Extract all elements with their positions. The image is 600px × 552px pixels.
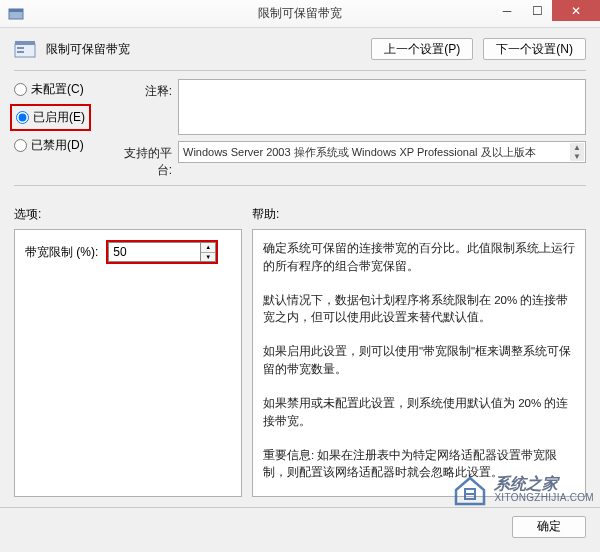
scroll-down-icon[interactable]: ▼ (570, 152, 584, 161)
dialog-footer: 确定 (0, 507, 600, 545)
radio-enabled-label: 已启用(E) (33, 109, 85, 126)
platform-box: Windows Server 2003 操作系统或 Windows XP Pro… (178, 141, 586, 163)
titlebar: 限制可保留带宽 ─ ☐ ✕ (0, 0, 600, 28)
next-setting-button[interactable]: 下一个设置(N) (483, 38, 586, 60)
radio-disabled[interactable]: 已禁用(D) (14, 137, 114, 154)
bandwidth-limit-label: 带宽限制 (%): (25, 244, 98, 261)
watermark-name: 系统之家 (494, 475, 594, 493)
options-panel: 带宽限制 (%): ▲ ▼ (14, 229, 242, 497)
options-section-label: 选项: (14, 206, 252, 223)
comment-label: 注释: (114, 79, 172, 100)
radio-disabled-input[interactable] (14, 139, 27, 152)
platform-scrollbar[interactable]: ▲ ▼ (570, 143, 584, 161)
svg-rect-3 (15, 41, 35, 45)
platform-label: 支持的平台: (114, 141, 172, 179)
radio-not-configured-label: 未配置(C) (31, 81, 84, 98)
ok-button[interactable]: 确定 (512, 516, 586, 538)
help-section-label: 帮助: (252, 206, 279, 223)
window-title: 限制可保留带宽 (258, 5, 342, 22)
help-paragraph: 确定系统可保留的连接带宽的百分比。此值限制系统上运行的所有程序的组合带宽保留。 (263, 240, 575, 276)
help-panel: 确定系统可保留的连接带宽的百分比。此值限制系统上运行的所有程序的组合带宽保留。 … (252, 229, 586, 497)
watermark: 系统之家 XITONGZHIJIA.COM (452, 472, 594, 506)
radio-disabled-label: 已禁用(D) (31, 137, 84, 154)
bandwidth-input-highlight: ▲ ▼ (106, 240, 218, 264)
bandwidth-limit-input[interactable] (108, 242, 200, 262)
maximize-button[interactable]: ☐ (522, 0, 552, 21)
help-paragraph: 如果禁用或未配置此设置，则系统使用默认值为 20% 的连接带宽。 (263, 395, 575, 431)
platform-text: Windows Server 2003 操作系统或 Windows XP Pro… (183, 145, 536, 160)
close-button[interactable]: ✕ (552, 0, 600, 21)
divider-2 (14, 185, 586, 186)
header-row: 限制可保留带宽 上一个设置(P) 下一个设置(N) (14, 38, 586, 60)
svg-rect-2 (15, 44, 35, 57)
window-controls: ─ ☐ ✕ (492, 0, 600, 21)
radio-enabled-input[interactable] (16, 111, 29, 124)
minimize-button[interactable]: ─ (492, 0, 522, 21)
help-paragraph: 如果启用此设置，则可以使用"带宽限制"框来调整系统可保留的带宽数量。 (263, 343, 575, 379)
spinner-up-icon[interactable]: ▲ (201, 243, 215, 253)
bandwidth-spinner[interactable]: ▲ ▼ (200, 242, 216, 262)
help-paragraph: 默认情况下，数据包计划程序将系统限制在 20% 的连接带宽之内，但可以使用此设置… (263, 292, 575, 328)
svg-rect-5 (17, 51, 24, 53)
watermark-url: XITONGZHIJIA.COM (494, 492, 594, 503)
scroll-up-icon[interactable]: ▲ (570, 143, 584, 152)
watermark-logo-icon (452, 472, 488, 506)
prev-setting-button[interactable]: 上一个设置(P) (371, 38, 473, 60)
divider (14, 70, 586, 71)
comment-input[interactable] (178, 79, 586, 135)
svg-rect-1 (9, 9, 23, 12)
radio-not-configured-input[interactable] (14, 83, 27, 96)
policy-title: 限制可保留带宽 (46, 41, 130, 58)
spinner-down-icon[interactable]: ▼ (201, 253, 215, 262)
radio-not-configured[interactable]: 未配置(C) (14, 81, 114, 98)
radio-enabled[interactable]: 已启用(E) (14, 108, 87, 127)
policy-icon (14, 40, 36, 58)
svg-rect-4 (17, 47, 24, 49)
app-icon (8, 6, 24, 22)
state-radio-group: 未配置(C) 已启用(E) 已禁用(D) (14, 79, 114, 179)
